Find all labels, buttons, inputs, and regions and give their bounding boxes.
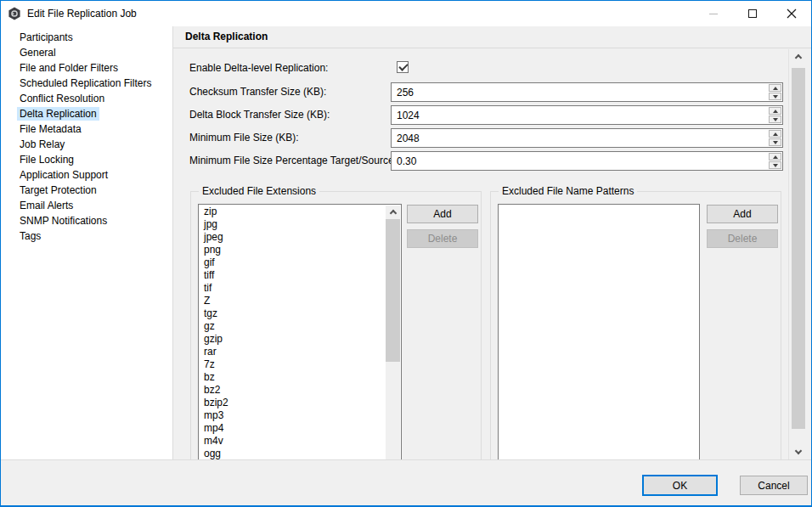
arrow-down-icon: [773, 141, 778, 144]
list-item[interactable]: ogg: [199, 448, 386, 459]
spin-up-button[interactable]: [769, 130, 781, 138]
group-title: Excluded File Extensions: [199, 185, 319, 197]
list-item[interactable]: rar: [199, 346, 386, 358]
patterns-delete-button[interactable]: Delete: [707, 229, 778, 248]
spinner-buttons: [768, 83, 782, 101]
extensions-add-button[interactable]: Add: [407, 205, 478, 223]
extensions-delete-button[interactable]: Delete: [407, 229, 478, 248]
minimum-file-size-label: Minimum File Size (KB):: [189, 132, 299, 144]
delta-block-transfer-size-input[interactable]: 1024: [391, 105, 783, 125]
spin-up-button[interactable]: [769, 153, 781, 161]
sidebar-item-delta-replication[interactable]: Delta Replication: [1, 106, 172, 121]
sidebar-item-label: Job Relay: [17, 138, 67, 151]
list-item[interactable]: jpeg: [199, 231, 386, 244]
list-item[interactable]: gif: [199, 256, 386, 269]
field-value: 256: [392, 83, 768, 101]
dialog-body: ParticipantsGeneralFile and Folder Filte…: [1, 26, 811, 459]
list-item[interactable]: jpg: [199, 218, 386, 231]
patterns-add-button[interactable]: Add: [707, 205, 778, 223]
ok-button[interactable]: OK: [642, 475, 718, 496]
sidebar-item-email-alerts[interactable]: Email Alerts: [1, 198, 172, 213]
list-item[interactable]: png: [199, 244, 386, 256]
sidebar-item-file-metadata[interactable]: File Metadata: [1, 121, 172, 137]
sidebar-item-application-support[interactable]: Application Support: [1, 167, 172, 183]
sidebar-item-file-locking[interactable]: File Locking: [1, 152, 172, 167]
sidebar-item-tags[interactable]: Tags: [1, 228, 172, 244]
list-item[interactable]: tgz: [199, 307, 386, 320]
arrow-up-icon: [773, 155, 778, 159]
list-item[interactable]: tiff: [199, 269, 386, 282]
sidebar-item-participants[interactable]: Participants: [1, 30, 172, 45]
arrow-up-icon: [773, 132, 778, 136]
sidebar-item-conflict-resolution[interactable]: Conflict Resolution: [1, 91, 172, 106]
arrow-up-icon: [773, 110, 778, 113]
list-item[interactable]: bz: [199, 371, 386, 384]
field-value: 1024: [392, 106, 768, 124]
arrow-down-icon: [773, 95, 778, 99]
spinner-buttons: [768, 106, 782, 124]
spin-down-button[interactable]: [769, 93, 781, 100]
sidebar-item-label: Participants: [17, 31, 76, 44]
minimum-file-size-percentage-input[interactable]: 0.30: [391, 151, 783, 171]
minimum-file-size-input[interactable]: 2048: [391, 128, 783, 148]
scroll-up-button[interactable]: [386, 206, 400, 218]
titlebar: Edit File Replication Job: [1, 1, 811, 26]
chevron-down-icon: [795, 448, 802, 454]
enable-delta-label: Enable Delta-level Replication:: [189, 62, 328, 74]
list-item[interactable]: Z: [199, 295, 386, 307]
spin-down-button[interactable]: [769, 161, 781, 169]
list-item[interactable]: tif: [199, 282, 386, 295]
scroll-up-button[interactable]: [789, 49, 808, 64]
minimize-button[interactable]: [694, 1, 733, 26]
footer-bar: OK Cancel: [1, 459, 811, 505]
sidebar-item-scheduled-replication-filters[interactable]: Scheduled Replication Filters: [1, 76, 172, 91]
sidebar-item-job-relay[interactable]: Job Relay: [1, 137, 172, 152]
caption-buttons: [694, 1, 811, 26]
spin-down-button[interactable]: [769, 138, 781, 146]
button-label: Cancel: [758, 480, 789, 492]
sidebar-item-general[interactable]: General: [1, 45, 172, 60]
chevron-up-icon: [795, 54, 802, 61]
scroll-down-button[interactable]: [789, 445, 808, 459]
list-item[interactable]: gz: [199, 320, 386, 333]
main-scrollbar[interactable]: [788, 49, 808, 459]
sidebar-item-label: File Locking: [17, 153, 76, 166]
form-row: Minimum File Size Percentage Target/Sour…: [173, 151, 811, 171]
window-title: Edit File Replication Job: [27, 8, 137, 20]
sidebar-item-label: General: [17, 46, 59, 59]
spin-down-button[interactable]: [769, 115, 781, 123]
patterns-listbox[interactable]: [498, 204, 700, 459]
sidebar-item-target-protection[interactable]: Target Protection: [1, 183, 172, 198]
group-title: Excluded File Name Patterns: [499, 185, 637, 197]
list-item[interactable]: bz2: [199, 384, 386, 397]
list-item[interactable]: gzip: [199, 333, 386, 346]
sidebar-item-label: Tags: [17, 229, 43, 243]
sidebar-item-label: Application Support: [17, 168, 110, 182]
scrollbar-thumb[interactable]: [792, 68, 805, 429]
spin-up-button[interactable]: [769, 84, 781, 92]
list-item[interactable]: 7z: [199, 358, 386, 371]
list-item[interactable]: zip: [199, 206, 386, 218]
form-row: Checksum Transfer Size (KB): 256: [173, 82, 811, 102]
arrow-down-icon: [773, 118, 778, 121]
sidebar-item-file-and-folder-filters[interactable]: File and Folder Filters: [1, 60, 172, 76]
list-item[interactable]: mp3: [199, 409, 386, 422]
extensions-listbox[interactable]: zipjpgjpegpnggiftifftifZtgzgzgziprar7zbz…: [198, 204, 402, 459]
enable-delta-checkbox[interactable]: [397, 61, 409, 73]
close-button[interactable]: [772, 1, 811, 26]
extensions-scrollbar[interactable]: [386, 206, 400, 459]
scrollbar-thumb[interactable]: [386, 219, 400, 362]
list-item[interactable]: m4v: [199, 435, 386, 448]
cancel-button[interactable]: Cancel: [740, 476, 808, 495]
sidebar-item-label: Delta Replication: [17, 107, 99, 121]
excluded-file-name-patterns-group: Excluded File Name Patterns Add Delete: [490, 191, 781, 459]
spinner-buttons: [768, 152, 782, 170]
sidebar-item-label: Conflict Resolution: [17, 92, 107, 105]
list-item[interactable]: mp4: [199, 422, 386, 435]
checksum-transfer-size-input[interactable]: 256: [391, 82, 783, 102]
sidebar-item-snmp-notifications[interactable]: SNMP Notifications: [1, 213, 172, 228]
maximize-button[interactable]: [733, 1, 772, 26]
list-item[interactable]: bzip2: [199, 397, 386, 409]
spin-up-button[interactable]: [769, 107, 781, 115]
app-icon: [8, 7, 21, 20]
